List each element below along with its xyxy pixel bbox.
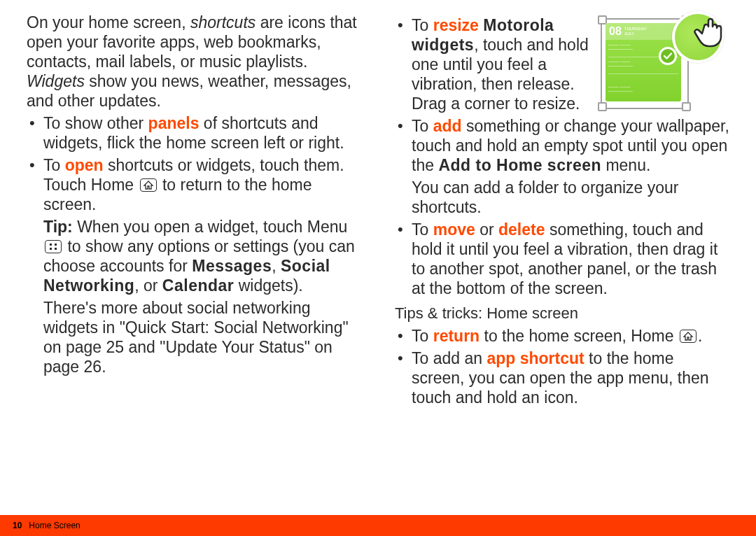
bullet-app-shortcut: To add an app shortcut to the home scree… <box>395 348 729 407</box>
bullet-open: To open shortcuts or widgets, touch them… <box>27 155 361 214</box>
tip-paragraph: Tip: When you open a widget, touch Menu … <box>27 217 361 295</box>
footer-section-label: Home Screen <box>29 521 80 530</box>
content-area: On your home screen, shortcuts are icons… <box>27 13 729 502</box>
svg-rect-2 <box>50 248 52 250</box>
page-root: On your home screen, shortcuts are icons… <box>0 0 756 536</box>
folder-note: You can add a folder to organize your sh… <box>395 178 729 217</box>
menu-icon <box>45 240 62 253</box>
svg-rect-3 <box>55 248 57 250</box>
right-column: 08 THURSDAYJULY ——— —————————— ——— —————… <box>395 13 729 410</box>
intro-paragraph: On your home screen, shortcuts are icons… <box>27 13 361 111</box>
more-paragraph: There's more about social networking wid… <box>27 298 361 376</box>
page-footer: 10 Home Screen <box>0 515 756 536</box>
tips-subheading: Tips & tricks: Home screen <box>395 304 729 323</box>
svg-rect-0 <box>50 244 52 246</box>
home-icon <box>140 178 157 192</box>
bullet-return: To return to the home screen, Home . <box>395 326 729 346</box>
svg-rect-1 <box>55 244 57 246</box>
home-icon <box>680 330 696 343</box>
left-column: On your home screen, shortcuts are icons… <box>27 13 361 410</box>
page-number: 10 <box>13 521 22 530</box>
bullet-panels: To show other panels of shortcuts and wi… <box>27 113 361 153</box>
bullet-resize: To resize Motorola widgets, touch and ho… <box>395 15 729 113</box>
bullet-move-delete: To move or delete something, touch and h… <box>395 220 729 298</box>
bullet-add: To add something or change your wallpape… <box>395 116 729 175</box>
